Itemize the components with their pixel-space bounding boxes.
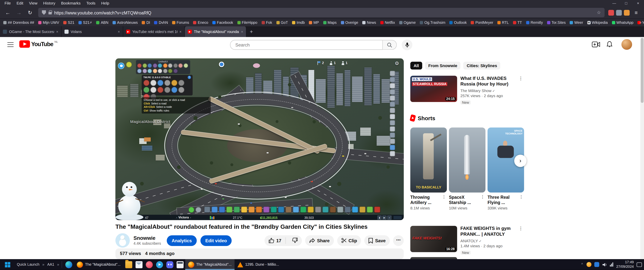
taskbar-window-firefox[interactable]: The "MagicalAbout"... <box>74 259 123 270</box>
extension-icon[interactable] <box>616 10 622 16</box>
tmpe-tool-icon[interactable] <box>157 80 164 86</box>
bookmark-item[interactable]: Og.Trashsim <box>420 21 445 25</box>
bookmark-item[interactable]: PontMeyer <box>471 21 493 25</box>
filter-chip[interactable]: From Snowwie <box>425 62 460 70</box>
tmpe-tool-icon[interactable] <box>150 80 156 86</box>
side-tool-icon[interactable] <box>390 77 395 82</box>
profile-avatar[interactable] <box>621 39 632 50</box>
notifications-bell-icon[interactable] <box>606 41 612 49</box>
build-tool-icon[interactable] <box>212 206 218 213</box>
build-tool-icon[interactable] <box>263 206 270 213</box>
tmpe-tool-icon[interactable] <box>157 87 164 93</box>
mod-tool-icon[interactable] <box>173 68 178 73</box>
tmpe-help-button[interactable]: ? <box>188 76 191 79</box>
bookmarks-overflow-button[interactable]: » <box>639 19 642 26</box>
build-tool-icon[interactable] <box>286 206 292 213</box>
bookmark-item[interactable]: DI <box>142 21 150 25</box>
bookmark-item[interactable]: Tor.Sites <box>547 21 566 25</box>
tmpe-tool-icon[interactable] <box>171 87 178 93</box>
more-options-button[interactable]: ⋮ <box>480 195 485 205</box>
tray-app-icon-2[interactable] <box>594 262 600 267</box>
mod-tool-icon[interactable] <box>142 63 147 68</box>
channel-name[interactable]: Snowwie <box>134 235 163 241</box>
more-options-button[interactable]: ⋮ <box>518 76 524 81</box>
search-input[interactable] <box>230 40 383 50</box>
url-text[interactable]: https://www.youtube.com/watch?v=zMTQWroa… <box>54 10 594 15</box>
bookmark-item[interactable]: Ogame <box>399 21 416 25</box>
shorts-thumbnail[interactable]: TO BASICALLY <box>410 127 447 193</box>
url-bar[interactable]: https://www.youtube.com/watch?v=zMTQWroa… <box>38 8 604 17</box>
bookmark-item[interactable]: Overige <box>341 21 358 25</box>
build-tool-icon[interactable] <box>337 206 343 213</box>
mod-tool-icon[interactable] <box>137 63 142 68</box>
shorts-card[interactable]: TO BASICALLYThrowing Artillery ...⋮8.1M … <box>410 127 447 210</box>
more-actions-button[interactable]: ⋯ <box>393 235 404 246</box>
mod-tool-icon[interactable] <box>152 63 157 68</box>
taskbar-window-firefox-active[interactable]: The "MagicalAbout"... <box>185 259 234 270</box>
menubar-item-tools[interactable]: Tools <box>84 0 98 7</box>
speed-button[interactable]: » <box>387 215 392 219</box>
speed-button[interactable]: ▮ <box>378 215 382 219</box>
bookmark-item[interactable]: Weer <box>570 21 583 25</box>
build-tool-icon[interactable] <box>278 206 284 213</box>
suggestion-title[interactable]: What If U.S. INVADES Russia (Hour by Hou… <box>460 76 517 87</box>
shorts-next-button[interactable]: › <box>514 155 526 167</box>
tmpe-tool-icon[interactable] <box>178 80 184 86</box>
build-tool-icon[interactable] <box>271 206 277 213</box>
new-tab-button[interactable]: + <box>246 26 256 37</box>
forward-button[interactable]: → <box>14 8 24 17</box>
build-tool-icon[interactable] <box>360 206 366 213</box>
game-button-icon[interactable] <box>126 62 132 68</box>
bookmark-item[interactable]: Fok <box>262 21 272 25</box>
bookmark-item[interactable]: Eneco <box>193 21 208 25</box>
prev-city-arrow[interactable]: ‹ <box>176 216 177 219</box>
build-tool-icon[interactable] <box>204 206 210 213</box>
channel-name[interactable]: The Military Show ✓ <box>460 88 517 93</box>
bookmark-item[interactable]: Mijn UWV <box>38 21 59 25</box>
tmpe-tool-icon[interactable] <box>164 87 170 93</box>
close-button[interactable]: × <box>632 0 644 7</box>
bookmark-item[interactable]: RTL <box>498 21 509 25</box>
more-options-button[interactable]: ⋮ <box>442 195 446 205</box>
tmpe-tool-icon[interactable] <box>178 87 184 93</box>
scrollbar-thumb[interactable] <box>641 38 644 103</box>
video-player[interactable]: MagicalAbout DistrictUnifiedUITM:PE 11.8… <box>115 59 404 220</box>
playback-speed-controls[interactable]: ▮▶» <box>378 215 392 219</box>
clip-button[interactable]: Clip <box>337 235 361 246</box>
discord-icon[interactable] <box>166 261 173 268</box>
chirper-icon[interactable] <box>118 62 124 69</box>
side-tool-icon[interactable] <box>390 102 395 107</box>
filter-chip[interactable]: Cities: Skylines <box>463 62 500 70</box>
bookmark-item[interactable]: News <box>362 21 376 25</box>
filter-chip[interactable]: All <box>410 62 422 70</box>
share-button[interactable]: Share <box>305 235 334 246</box>
adblock-extension-icon[interactable] <box>608 10 614 16</box>
mic-icon[interactable] <box>402 40 412 50</box>
city-name-selector[interactable]: ‹Victora› <box>176 215 191 220</box>
youtube-logo[interactable]: YouTube NL <box>19 40 58 48</box>
calc-icon[interactable] <box>176 261 183 268</box>
bookmark-item[interactable]: Imdb <box>292 21 305 25</box>
tampermonkey-extension-icon[interactable] <box>624 10 630 16</box>
tab-3[interactable]: ▶YouTube rekt video's met 16:9 ...× <box>123 26 185 37</box>
speed-button[interactable]: ▶ <box>382 215 386 219</box>
tray-app-icon[interactable] <box>587 262 592 267</box>
video-thumbnail[interactable]: FAKE WEIGHTS!16:28 <box>410 226 457 252</box>
build-tool-icon[interactable] <box>367 206 373 213</box>
channel-name[interactable]: ANATOLY ✓ <box>460 238 517 243</box>
bookmark-item[interactable]: Netflix <box>380 21 395 25</box>
shorts-card[interactable]: SpaceX Starship ...⋮10M views <box>449 127 486 210</box>
bookmark-item[interactable]: Remitly <box>526 21 543 25</box>
build-tool-icon[interactable] <box>352 206 358 213</box>
build-tool-icon[interactable] <box>322 206 328 213</box>
build-tool-icon[interactable] <box>256 206 262 213</box>
shorts-title[interactable]: SpaceX Starship ... <box>449 195 480 205</box>
side-tool-icon[interactable] <box>390 120 395 126</box>
volume-icon[interactable] <box>602 262 607 267</box>
video-thumbnail[interactable]: U.S. WOULDSTEAMROLL RUSSIA24:15 <box>410 76 457 102</box>
bookmark-item[interactable]: Facebook <box>212 21 233 25</box>
mod-tool-icon[interactable] <box>142 68 147 73</box>
tab-close-button[interactable]: × <box>179 30 182 34</box>
shorts-title[interactable]: Throwing Artillery ... <box>410 195 442 205</box>
tab-2[interactable]: Volans× <box>62 26 123 37</box>
